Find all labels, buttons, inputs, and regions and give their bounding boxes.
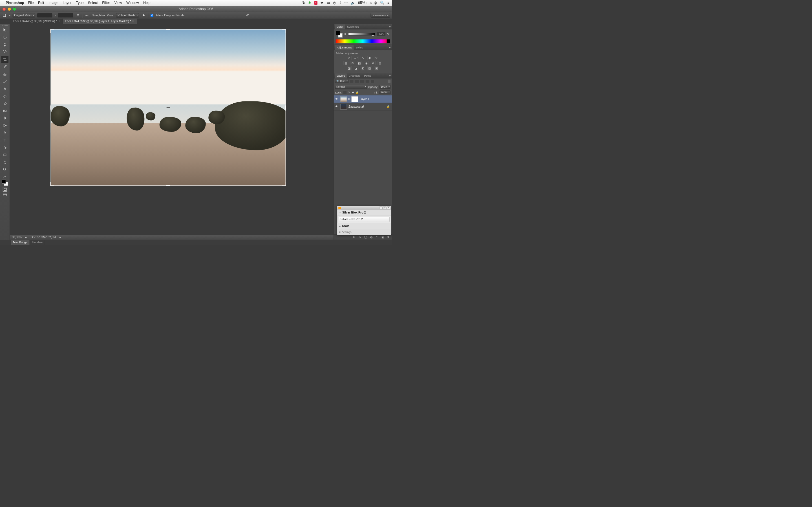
tab-styles[interactable]: Styles (354, 45, 365, 50)
swap-colors-icon[interactable] (1, 175, 8, 179)
brightness-icon[interactable]: ☀ (347, 56, 351, 60)
filter-pixel-icon[interactable] (350, 80, 354, 83)
bluetooth-icon[interactable]: ᛒ (339, 1, 342, 5)
delete-layer-icon[interactable]: 🗑 (387, 235, 391, 239)
zoom-tool[interactable] (1, 166, 8, 173)
eraser-tool[interactable] (1, 100, 8, 107)
close-tab-icon[interactable]: ✕ (58, 20, 60, 23)
status-menu-icon[interactable]: ▸ (59, 236, 61, 239)
photo-filter-icon[interactable]: ◉ (364, 61, 368, 65)
crop-handle-t[interactable] (166, 29, 170, 30)
quick-mask-button[interactable] (2, 187, 7, 192)
lock-all-icon[interactable]: 🔒 (356, 91, 359, 94)
exposure-icon[interactable]: ◐ (367, 56, 372, 60)
tab-swatches[interactable]: Swatches (345, 24, 361, 29)
lock-pixels-icon[interactable]: ✎ (348, 91, 350, 94)
crop-frame[interactable] (51, 29, 286, 186)
opacity-field[interactable]: 100% (379, 85, 391, 89)
reset-crop-icon[interactable]: ↶ (246, 13, 250, 18)
move-tool[interactable] (1, 26, 8, 34)
foreground-color-swatch[interactable] (2, 180, 6, 184)
curves-icon[interactable]: ∿ (361, 56, 365, 60)
path-selection-tool[interactable] (1, 144, 8, 151)
document-canvas[interactable] (51, 29, 286, 186)
tab-adjustments[interactable]: Adjustments (335, 45, 354, 50)
k-value-field[interactable]: 100 (377, 32, 386, 36)
blend-mode-select[interactable]: Normal (335, 85, 367, 89)
crop-height-field[interactable] (58, 13, 73, 17)
tab-timeline[interactable]: Timeline (30, 240, 45, 245)
new-layer-icon[interactable]: ▣ (380, 235, 385, 239)
close-tab-icon[interactable]: ✕ (132, 20, 134, 23)
color-balance-icon[interactable]: ⚖ (350, 61, 355, 65)
rectangle-tool[interactable] (1, 151, 8, 158)
lock-transparency-icon[interactable] (343, 91, 347, 94)
crop-width-field[interactable] (37, 13, 52, 17)
timemachine-icon[interactable]: ◷ (333, 1, 336, 5)
close-icon[interactable]: × (387, 207, 390, 209)
float-panel-tools-row[interactable]: ▶ Tools (337, 223, 391, 229)
threshold-icon[interactable]: ◩ (361, 66, 365, 70)
crop-tool[interactable] (1, 56, 8, 63)
visibility-icon[interactable]: 👁 (334, 105, 340, 108)
tab-mini-bridge[interactable]: Mini Bridge (11, 240, 30, 245)
visibility-icon[interactable]: 👁 (334, 97, 340, 101)
foreground-background-colors[interactable] (2, 180, 8, 186)
healing-brush-tool[interactable] (1, 70, 8, 77)
compass-icon[interactable]: ◎ (374, 1, 377, 5)
menu-select[interactable]: Select (88, 1, 98, 5)
link-mask-icon[interactable]: ⛓ (348, 98, 350, 101)
panel-grip[interactable] (2, 25, 7, 26)
levels-icon[interactable]: ⌄⌃ (354, 56, 358, 60)
aspect-ratio-select[interactable]: Original Ratio (13, 13, 35, 17)
selective-color-icon[interactable]: ▣ (374, 66, 378, 70)
filter-type-icon[interactable] (360, 80, 364, 83)
filter-smart-icon[interactable] (370, 80, 374, 83)
layer-thumbnail[interactable] (340, 104, 347, 109)
magic-wand-tool[interactable] (1, 48, 8, 55)
layer-name[interactable]: Layer 1 (360, 98, 369, 101)
airplay-icon[interactable]: ▭ (326, 1, 330, 5)
spotlight-icon[interactable]: 🔍 (380, 1, 384, 5)
new-adjustment-icon[interactable]: ◐ (369, 235, 373, 239)
straighten-icon[interactable] (85, 13, 89, 18)
tab-channels[interactable]: Channels (347, 73, 362, 78)
filter-toggle[interactable] (388, 80, 391, 83)
fill-field[interactable]: 100% (379, 91, 391, 94)
app-name[interactable]: Photoshop (6, 1, 24, 5)
menu-file[interactable]: File (28, 1, 34, 5)
maximize-icon[interactable]: □ (383, 207, 386, 209)
layer-filter-kind[interactable]: 🔍Kind (335, 79, 349, 83)
1password-icon[interactable]: 1 (314, 1, 317, 5)
minimize-icon[interactable]: – (379, 207, 383, 209)
layer-thumbnail[interactable] (340, 96, 347, 102)
crop-handle-l[interactable] (50, 105, 51, 109)
gradient-map-icon[interactable]: ▨ (367, 66, 372, 70)
crop-options-gear-icon[interactable]: ✹ (141, 13, 146, 18)
sync-icon[interactable]: ↻ (302, 1, 305, 5)
elephant-icon[interactable]: ❖ (320, 1, 323, 5)
link-layers-icon[interactable]: ⛓ (352, 235, 356, 239)
crop-handle-br[interactable] (282, 182, 286, 186)
menu-edit[interactable]: Edit (38, 1, 44, 5)
tab-paths[interactable]: Paths (362, 73, 373, 78)
resize-grip-icon[interactable]: ⋰ (387, 230, 390, 234)
battery-status[interactable]: 95% (358, 1, 371, 5)
menu-window[interactable]: Window (126, 1, 139, 5)
notification-icon[interactable]: ≡ (388, 1, 389, 5)
gradient-tool[interactable] (1, 107, 8, 114)
delete-cropped-input[interactable] (151, 14, 154, 17)
overlay-view-select[interactable]: Rule of Thirds (116, 13, 139, 17)
layer-name[interactable]: Background (349, 105, 364, 108)
lasso-tool[interactable] (1, 41, 8, 48)
canvas-area[interactable]: 33,33% ▸ Doc: 51,3M/102,5M ▸ (10, 24, 334, 240)
menu-view[interactable]: View (114, 1, 122, 5)
crop-handle-tr[interactable] (282, 29, 286, 33)
float-panel-header[interactable]: ▼ Silver Efex Pro 2 (337, 210, 391, 216)
color-lookup-icon[interactable]: ▤ (377, 61, 382, 65)
document-tab-0[interactable]: D53U5324-2 @ 33,3% (RGB/8#) * ✕ (11, 18, 63, 24)
panel-menu-icon[interactable]: ▾≡ (389, 25, 391, 29)
float-panel-titlebar[interactable]: – □ × (337, 206, 391, 210)
crop-handle-bl[interactable] (50, 182, 54, 186)
layer-mask-thumbnail[interactable] (352, 96, 358, 102)
